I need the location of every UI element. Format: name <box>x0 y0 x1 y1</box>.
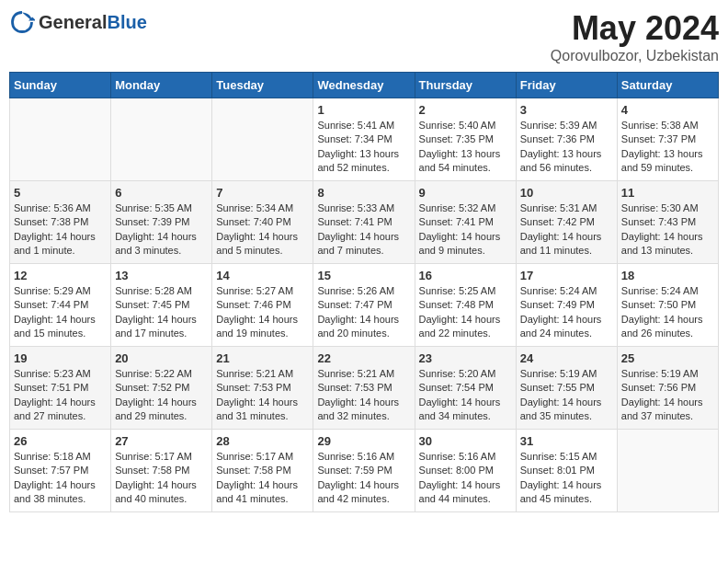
calendar-day-cell: 11Sunrise: 5:30 AMSunset: 7:43 PMDayligh… <box>617 181 718 264</box>
day-info: Sunrise: 5:41 AMSunset: 7:34 PMDaylight:… <box>317 119 410 176</box>
day-number: 12 <box>14 269 107 282</box>
day-info: Sunrise: 5:31 AMSunset: 7:42 PMDaylight:… <box>520 201 613 259</box>
day-info: Sunrise: 5:17 AMSunset: 7:58 PMDaylight:… <box>216 450 309 507</box>
day-number: 23 <box>419 351 512 365</box>
day-info: Sunrise: 5:18 AMSunset: 7:57 PMDaylight:… <box>14 450 107 507</box>
weekday-row: SundayMondayTuesdayWednesdayThursdayFrid… <box>10 73 719 98</box>
calendar-day-cell: 1Sunrise: 5:41 AMSunset: 7:34 PMDaylight… <box>313 98 415 181</box>
weekday-header-saturday: Saturday <box>617 73 718 98</box>
day-info: Sunrise: 5:38 AMSunset: 7:37 PMDaylight:… <box>621 119 714 176</box>
title-section: May 2024 Qorovulbozor, Uzbekistan <box>551 9 719 64</box>
day-number: 28 <box>216 434 309 448</box>
day-info: Sunrise: 5:21 AMSunset: 7:53 PMDaylight:… <box>216 367 309 424</box>
calendar-week-row: 26Sunrise: 5:18 AMSunset: 7:57 PMDayligh… <box>10 430 719 512</box>
calendar-day-cell: 18Sunrise: 5:24 AMSunset: 7:50 PMDayligh… <box>617 264 718 347</box>
calendar-day-cell: 21Sunrise: 5:21 AMSunset: 7:53 PMDayligh… <box>212 347 313 430</box>
day-number: 18 <box>621 269 714 282</box>
calendar-day-cell: 8Sunrise: 5:33 AMSunset: 7:41 PMDaylight… <box>313 181 415 264</box>
day-number: 4 <box>621 103 714 117</box>
day-info: Sunrise: 5:20 AMSunset: 7:54 PMDaylight:… <box>419 367 512 424</box>
day-info: Sunrise: 5:17 AMSunset: 7:58 PMDaylight:… <box>115 450 208 507</box>
calendar-day-cell: 2Sunrise: 5:40 AMSunset: 7:35 PMDaylight… <box>415 98 516 181</box>
logo-icon <box>9 9 35 35</box>
calendar-day-cell <box>111 98 212 181</box>
day-info: Sunrise: 5:34 AMSunset: 7:40 PMDaylight:… <box>216 201 309 259</box>
calendar-day-cell: 24Sunrise: 5:19 AMSunset: 7:55 PMDayligh… <box>516 347 617 430</box>
calendar-table: SundayMondayTuesdayWednesdayThursdayFrid… <box>9 72 719 512</box>
day-info: Sunrise: 5:26 AMSunset: 7:47 PMDaylight:… <box>317 284 410 341</box>
day-number: 19 <box>14 351 107 365</box>
day-number: 6 <box>115 186 208 200</box>
calendar-day-cell: 14Sunrise: 5:27 AMSunset: 7:46 PMDayligh… <box>212 264 313 347</box>
calendar-week-row: 5Sunrise: 5:36 AMSunset: 7:38 PMDaylight… <box>10 181 719 264</box>
calendar-body: 1Sunrise: 5:41 AMSunset: 7:34 PMDaylight… <box>10 98 719 512</box>
calendar-day-cell <box>10 98 111 181</box>
day-number: 17 <box>520 269 613 282</box>
weekday-header-tuesday: Tuesday <box>212 73 313 98</box>
day-number: 24 <box>520 351 613 365</box>
day-number: 20 <box>115 351 208 365</box>
calendar-day-cell: 15Sunrise: 5:26 AMSunset: 7:47 PMDayligh… <box>313 264 415 347</box>
day-info: Sunrise: 5:23 AMSunset: 7:51 PMDaylight:… <box>14 367 107 424</box>
calendar-day-cell <box>617 430 718 512</box>
day-info: Sunrise: 5:24 AMSunset: 7:49 PMDaylight:… <box>520 284 613 341</box>
calendar-day-cell: 10Sunrise: 5:31 AMSunset: 7:42 PMDayligh… <box>516 181 617 264</box>
day-number: 21 <box>216 351 309 365</box>
day-info: Sunrise: 5:16 AMSunset: 8:00 PMDaylight:… <box>419 450 512 507</box>
calendar-day-cell: 12Sunrise: 5:29 AMSunset: 7:44 PMDayligh… <box>10 264 111 347</box>
day-number: 10 <box>520 186 613 200</box>
calendar-day-cell: 29Sunrise: 5:16 AMSunset: 7:59 PMDayligh… <box>313 430 415 512</box>
day-info: Sunrise: 5:28 AMSunset: 7:45 PMDaylight:… <box>115 284 208 341</box>
day-info: Sunrise: 5:36 AMSunset: 7:38 PMDaylight:… <box>14 201 107 259</box>
day-info: Sunrise: 5:29 AMSunset: 7:44 PMDaylight:… <box>14 284 107 341</box>
calendar-week-row: 19Sunrise: 5:23 AMSunset: 7:51 PMDayligh… <box>10 347 719 430</box>
day-info: Sunrise: 5:40 AMSunset: 7:35 PMDaylight:… <box>419 119 512 176</box>
calendar-day-cell: 7Sunrise: 5:34 AMSunset: 7:40 PMDaylight… <box>212 181 313 264</box>
weekday-header-sunday: Sunday <box>10 73 111 98</box>
calendar-day-cell: 26Sunrise: 5:18 AMSunset: 7:57 PMDayligh… <box>10 430 111 512</box>
calendar-day-cell: 23Sunrise: 5:20 AMSunset: 7:54 PMDayligh… <box>415 347 516 430</box>
calendar-day-cell: 30Sunrise: 5:16 AMSunset: 8:00 PMDayligh… <box>415 430 516 512</box>
day-number: 5 <box>14 186 107 200</box>
day-info: Sunrise: 5:39 AMSunset: 7:36 PMDaylight:… <box>520 119 613 176</box>
calendar-week-row: 12Sunrise: 5:29 AMSunset: 7:44 PMDayligh… <box>10 264 719 347</box>
day-info: Sunrise: 5:22 AMSunset: 7:52 PMDaylight:… <box>115 367 208 424</box>
day-info: Sunrise: 5:32 AMSunset: 7:41 PMDaylight:… <box>419 201 512 259</box>
weekday-header-friday: Friday <box>516 73 617 98</box>
day-number: 11 <box>621 186 714 200</box>
day-number: 25 <box>621 351 714 365</box>
day-info: Sunrise: 5:15 AMSunset: 8:01 PMDaylight:… <box>520 450 613 507</box>
calendar-day-cell: 25Sunrise: 5:19 AMSunset: 7:56 PMDayligh… <box>617 347 718 430</box>
calendar-day-cell <box>212 98 313 181</box>
day-number: 14 <box>216 269 309 282</box>
day-number: 8 <box>317 186 410 200</box>
day-number: 16 <box>419 269 512 282</box>
day-info: Sunrise: 5:30 AMSunset: 7:43 PMDaylight:… <box>621 201 714 259</box>
day-number: 7 <box>216 186 309 200</box>
logo-blue: Blue <box>107 12 146 32</box>
calendar-title: May 2024 <box>551 9 719 48</box>
day-number: 2 <box>419 103 512 117</box>
page-header: GeneralBlue May 2024 Qorovulbozor, Uzbek… <box>9 9 719 64</box>
day-info: Sunrise: 5:19 AMSunset: 7:56 PMDaylight:… <box>621 367 714 424</box>
calendar-day-cell: 9Sunrise: 5:32 AMSunset: 7:41 PMDaylight… <box>415 181 516 264</box>
calendar-day-cell: 6Sunrise: 5:35 AMSunset: 7:39 PMDaylight… <box>111 181 212 264</box>
calendar-location: Qorovulbozor, Uzbekistan <box>551 48 719 64</box>
calendar-day-cell: 16Sunrise: 5:25 AMSunset: 7:48 PMDayligh… <box>415 264 516 347</box>
day-number: 1 <box>317 103 410 117</box>
weekday-header-wednesday: Wednesday <box>313 73 415 98</box>
calendar-day-cell: 22Sunrise: 5:21 AMSunset: 7:53 PMDayligh… <box>313 347 415 430</box>
day-number: 9 <box>419 186 512 200</box>
day-number: 3 <box>520 103 613 117</box>
calendar-header: SundayMondayTuesdayWednesdayThursdayFrid… <box>10 73 719 98</box>
day-info: Sunrise: 5:35 AMSunset: 7:39 PMDaylight:… <box>115 201 208 259</box>
calendar-day-cell: 5Sunrise: 5:36 AMSunset: 7:38 PMDaylight… <box>10 181 111 264</box>
logo: GeneralBlue <box>9 9 147 35</box>
day-info: Sunrise: 5:21 AMSunset: 7:53 PMDaylight:… <box>317 367 410 424</box>
calendar-day-cell: 17Sunrise: 5:24 AMSunset: 7:49 PMDayligh… <box>516 264 617 347</box>
calendar-day-cell: 13Sunrise: 5:28 AMSunset: 7:45 PMDayligh… <box>111 264 212 347</box>
day-info: Sunrise: 5:24 AMSunset: 7:50 PMDaylight:… <box>621 284 714 341</box>
day-number: 22 <box>317 351 410 365</box>
weekday-header-thursday: Thursday <box>415 73 516 98</box>
logo-general: General <box>39 12 107 32</box>
